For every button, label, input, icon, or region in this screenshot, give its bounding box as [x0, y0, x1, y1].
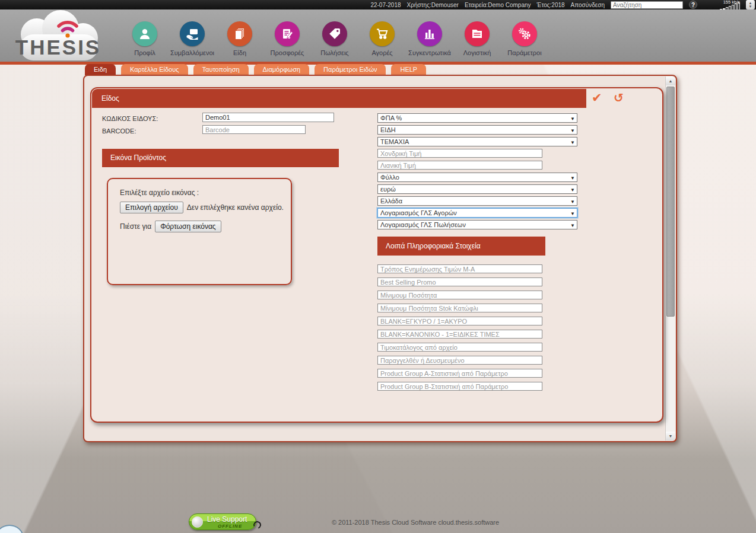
valid-invalid-flag-input[interactable]: [377, 317, 542, 325]
nav-item-reports[interactable]: Συγκεντρωτικά: [406, 21, 453, 56]
nav-label: Παράμετροι: [507, 49, 541, 56]
scrollbar-down-icon[interactable]: ▼: [666, 432, 675, 441]
barcode-label: BARCODE:: [102, 127, 136, 135]
brand-name: THESIS: [15, 36, 101, 59]
year-text: Έτος:2018: [537, 2, 565, 8]
country-select[interactable]: Ελλάδα ▼: [377, 196, 577, 206]
sheet-select[interactable]: Φύλλο ▼: [377, 173, 577, 182]
barcode-input[interactable]: [202, 125, 306, 134]
profile-person-icon: [132, 21, 157, 46]
nav-label: Είδη: [233, 49, 246, 56]
undo-icon[interactable]: ↺: [614, 91, 624, 105]
copyright-text: © 2011-2018 Thesis Cloud Software cloud.…: [0, 519, 756, 526]
app-header: THESIS Προφίλ Συμβαλλόμενοι Είδη: [0, 9, 756, 62]
currency-select[interactable]: ευρώ ▼: [377, 184, 577, 194]
thesis-logo[interactable]: THESIS: [6, 9, 110, 64]
best-selling-promo-input[interactable]: [377, 277, 542, 286]
partners-hand-card-icon: [180, 21, 205, 46]
item-code-label: ΚΩΔΙΚΟΣ ΕΙΔΟΥΣ:: [102, 115, 158, 122]
nav-label: Λογιστική: [463, 49, 491, 56]
special-prices-flag-input[interactable]: [377, 330, 542, 339]
upload-image-button[interactable]: Φόρτωση εικόνας: [155, 221, 221, 232]
pricelist-from-file-input[interactable]: [377, 343, 542, 352]
search-input[interactable]: [611, 1, 683, 9]
press-to-label: Πιέστε για: [120, 222, 151, 231]
purchases-gl-account-select[interactable]: Λογαριασμός ΓΛΣ Αγορών ▼: [377, 208, 577, 218]
scrollbar-up-icon[interactable]: ▲: [666, 76, 675, 85]
image-upload-box: Επιλέξτε αρχείο εικόνας : Επιλογή αρχείο…: [107, 178, 292, 285]
nav-item-profile[interactable]: Προφίλ: [121, 21, 169, 56]
tab-item-card[interactable]: Καρτέλλα Είδους: [121, 64, 188, 75]
retail-price-input[interactable]: [377, 161, 542, 170]
sales-gl-account-select[interactable]: Λογαριασμός ΓΛΣ Πωλήσεων ▼: [377, 220, 577, 229]
accounting-folder-icon: [465, 21, 490, 46]
item-form-panel: Είδος ✔ ↺ ΚΩΔΙΚΟΣ ΕΙΔΟΥΣ: BARCODE: Εικόν…: [90, 87, 663, 423]
dropdown-arrow-icon: ▼: [570, 198, 575, 206]
reports-bar-chart-icon: [417, 21, 442, 46]
vat-select[interactable]: ΦΠΑ % ▼: [377, 113, 577, 123]
topbar-scroll-arrows[interactable]: ▲ ▼: [746, 0, 755, 9]
ordered-or-reserved-input[interactable]: [377, 356, 542, 365]
date-text: 22-07-2018: [370, 2, 401, 8]
dropdown-arrow-icon: ▼: [570, 174, 575, 182]
company-text: Εταιρεία:Demo Company: [465, 2, 531, 8]
tab-items[interactable]: Ειδη: [85, 64, 116, 75]
scroll-down-icon[interactable]: ▼: [749, 5, 752, 8]
product-image-section-header: Εικόνα Προϊόντος: [102, 149, 339, 167]
logout-link[interactable]: Αποσύνδεση: [571, 2, 605, 8]
tab-bar: Ειδη Καρτέλλα Είδους Ταυτοποίηση Διαμόρφ…: [85, 64, 426, 75]
help-icon[interactable]: ?: [689, 1, 697, 9]
unit-select[interactable]: ΤΕΜΑΧΙΑ ▼: [377, 137, 577, 146]
items-stacked-pages-icon: [227, 21, 252, 46]
user-text: Χρήστης:Demouser: [407, 2, 459, 8]
choose-file-button[interactable]: Επιλογή αρχείου: [120, 202, 183, 213]
item-code-input[interactable]: [202, 113, 334, 122]
tab-configuration[interactable]: Διαμόρφωση: [254, 64, 310, 75]
dropdown-arrow-icon: ▼: [570, 222, 575, 229]
main-navigation: Προφίλ Συμβαλλόμενοι Είδη Πρ: [121, 21, 548, 56]
tab-help[interactable]: HELP: [391, 64, 426, 75]
nav-item-offers[interactable]: Προσφορές: [263, 21, 311, 56]
dropdown-arrow-icon: ▼: [570, 139, 575, 146]
category-select[interactable]: ΕΙΔΗ ▼: [377, 125, 577, 135]
tab-item-parameters[interactable]: Παράμετροι Ειδών: [315, 64, 386, 75]
sales-price-tag-icon: [322, 21, 347, 46]
dropdown-arrow-icon: ▼: [570, 127, 575, 135]
nav-item-sales[interactable]: Πωλήσεις: [311, 21, 358, 56]
purchases-cart-icon: [370, 21, 395, 46]
product-group-a-input[interactable]: [377, 369, 542, 378]
nav-item-items[interactable]: Είδη: [216, 21, 263, 56]
nav-label: Προφίλ: [134, 49, 155, 56]
no-file-text: Δεν επιλέχθηκε κανένα αρχείο.: [187, 203, 284, 212]
nav-label: Αγορές: [371, 49, 392, 56]
network-speed-indicator: 155 kb/s: [703, 0, 740, 10]
nav-item-partners[interactable]: Συμβαλλόμενοι: [169, 21, 216, 56]
nav-label: Προσφορές: [271, 49, 304, 56]
save-check-icon[interactable]: ✔: [592, 91, 602, 105]
price-update-mode-input[interactable]: [377, 264, 542, 273]
nav-item-accounting[interactable]: Λογιστική: [453, 21, 501, 56]
nav-item-purchases[interactable]: Αγορές: [358, 21, 406, 56]
minimum-quantity-input[interactable]: [377, 291, 542, 299]
tab-identification[interactable]: Ταυτοποίηση: [193, 64, 249, 75]
panel-title: Είδος: [92, 89, 586, 108]
wholesale-price-input[interactable]: [377, 149, 542, 158]
nav-label: Πωλήσεις: [320, 49, 348, 56]
dropdown-arrow-icon: ▼: [570, 186, 575, 194]
nav-item-parameters[interactable]: Παράμετροι: [501, 21, 548, 56]
product-group-b-input[interactable]: [377, 382, 542, 391]
vertical-scrollbar[interactable]: ▲ ▼: [665, 76, 675, 441]
parameters-gears-icon: [512, 21, 537, 46]
main-content-container: ▲ ▼ Είδος ✔ ↺ ΚΩΔΙΚΟΣ ΕΙΔΟΥΣ: BARCODE: Ε…: [83, 75, 677, 442]
nav-label: Συγκεντρωτικά: [408, 49, 451, 56]
scrollbar-thumb[interactable]: [666, 87, 675, 317]
dropdown-arrow-icon: ▼: [570, 210, 575, 218]
nav-label: Συμβαλλόμενοι: [170, 49, 214, 56]
corner-chat-bubble[interactable]: [0, 525, 24, 533]
misc-info-section-header: Λοιπά Πληροφοριακά Στοιχεία: [377, 237, 545, 256]
dropdown-arrow-icon: ▼: [570, 115, 575, 123]
topbar: 22-07-2018 Χρήστης:Demouser Εταιρεία:Dem…: [0, 0, 756, 9]
minimum-stock-threshold-input[interactable]: [377, 304, 542, 312]
choose-file-label: Επιλέξτε αρχείο εικόνας :: [120, 189, 199, 197]
offers-notepad-pencil-icon: [275, 21, 300, 46]
